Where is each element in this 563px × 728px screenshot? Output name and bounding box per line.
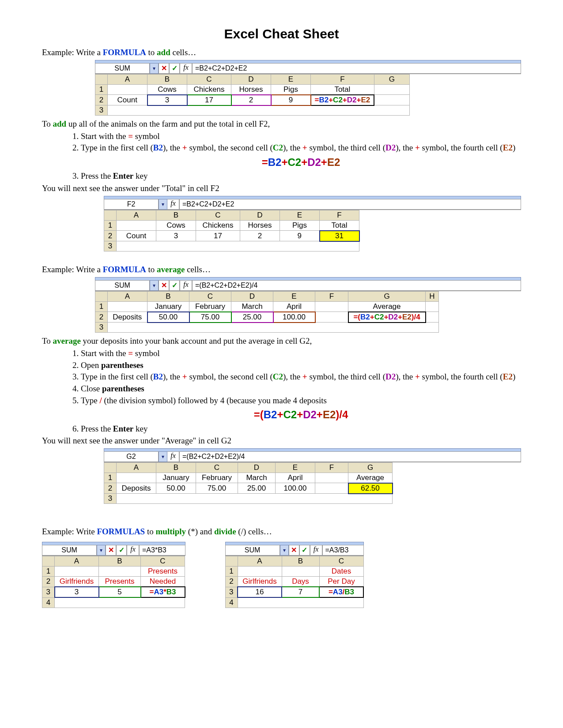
enter-icon[interactable]: ✓ xyxy=(169,280,180,291)
ex1-steps: Start with the = symbol Type in the firs… xyxy=(68,131,521,182)
ex3-div-grid[interactable]: A B C 1 Dates 2 Girlfriends Days Per Day… xyxy=(225,556,364,608)
cancel-icon[interactable]: ✕ xyxy=(159,63,169,74)
cancel-icon[interactable]: ✕ xyxy=(289,545,299,555)
ex1-desc: To add up all of the animals on the farm… xyxy=(42,118,521,130)
ex1-after: You will next see the answer under "Tota… xyxy=(42,183,521,194)
enter-icon[interactable]: ✓ xyxy=(116,545,127,555)
formula-bar[interactable]: =A3*B3 xyxy=(139,545,185,555)
ex2-sheet-edit: SUM ▾ ✕ ✓ fx =(B2+C2+D2+E2)/4 A B C D E … xyxy=(95,277,521,333)
name-box-dropdown-icon[interactable]: ▾ xyxy=(150,63,159,74)
formula-bar[interactable]: =(B2+C2+D2+E2)/4 xyxy=(192,280,521,291)
name-box[interactable]: SUM xyxy=(225,545,280,555)
ex3-mult-grid[interactable]: A B C 1 Presents 2 Girlfriends Presents … xyxy=(42,556,185,608)
ex1-grid-result[interactable]: A B C D E F 1 CowsChickensHorsesPigsTota… xyxy=(104,210,360,252)
name-box[interactable]: G2 xyxy=(104,451,159,462)
ex1-grid[interactable]: A B C D E F G 1 Cows Chickens Horses Pig… xyxy=(95,74,410,116)
page-title: Excel Cheat Sheet xyxy=(42,26,521,41)
name-box[interactable]: F2 xyxy=(104,199,159,210)
fx-icon[interactable]: fx xyxy=(310,545,322,555)
fx-icon[interactable]: fx xyxy=(167,451,179,462)
enter-icon[interactable]: ✓ xyxy=(299,545,310,555)
ex2-after: You will next see the answer under "Aver… xyxy=(42,435,521,447)
fx-icon[interactable]: fx xyxy=(180,63,192,74)
name-box-dropdown-icon[interactable]: ▾ xyxy=(150,280,159,291)
name-box[interactable]: SUM xyxy=(95,280,150,291)
ex2-steps: Start with the = symbol Open parentheses… xyxy=(68,348,521,434)
name-box[interactable]: SUM xyxy=(95,63,150,74)
cancel-icon[interactable]: ✕ xyxy=(106,545,116,555)
ex2-sheet-result: G2 ▾ fx =(B2+C2+D2+E2)/4 A B C D E F G 1… xyxy=(104,448,521,504)
ex2-formula-big: =(B2+C2+D2+E2)/4 xyxy=(81,408,521,422)
ex1-intro: Example: Write a FORMULA to add cells… xyxy=(42,47,521,58)
ex3-intro: Example: Write FORMULAS to multiply (*) … xyxy=(42,526,521,537)
formula-bar[interactable]: =A3/B3 xyxy=(322,545,364,555)
name-box-dropdown-icon[interactable]: ▾ xyxy=(159,199,167,210)
ex1-sheet-edit: SUM ▾ ✕ ✓ fx =B2+C2+D2+E2 A B C D E F G … xyxy=(95,60,521,116)
ex1-formula-big: =B2+C2+D2+E2 xyxy=(81,155,521,169)
name-box-dropdown-icon[interactable]: ▾ xyxy=(97,545,106,555)
ex2-grid-result[interactable]: A B C D E F G 1 JanuaryFebruaryMarchApri… xyxy=(104,462,393,504)
fx-icon[interactable]: fx xyxy=(180,280,192,291)
ex1-sheet-result: F2 ▾ fx =B2+C2+D2+E2 A B C D E F 1 CowsC… xyxy=(104,196,521,252)
enter-icon[interactable]: ✓ xyxy=(169,63,180,74)
fx-icon[interactable]: fx xyxy=(167,199,179,210)
fx-icon[interactable]: fx xyxy=(127,545,139,555)
name-box[interactable]: SUM xyxy=(42,545,97,555)
ex3-multiply-sheet: SUM ▾ ✕ ✓ fx =A3*B3 A B C 1 Presents 2 G… xyxy=(42,542,185,608)
formula-bar[interactable]: =B2+C2+D2+E2 xyxy=(192,63,521,74)
name-box-dropdown-icon[interactable]: ▾ xyxy=(280,545,289,555)
ex3-divide-sheet: SUM ▾ ✕ ✓ fx =A3/B3 A B C 1 Dates 2 Girl… xyxy=(225,542,364,608)
ex2-grid[interactable]: A B C D E F G H 1 JanuaryFebruaryMarchAp… xyxy=(95,291,439,333)
cancel-icon[interactable]: ✕ xyxy=(159,280,169,291)
formula-bar[interactable]: =(B2+C2+D2+E2)/4 xyxy=(179,451,521,462)
name-box-dropdown-icon[interactable]: ▾ xyxy=(159,451,167,462)
ex2-desc: To average your deposits into your bank … xyxy=(42,335,521,347)
formula-bar[interactable]: =B2+C2+D2+E2 xyxy=(179,199,521,210)
ex2-intro: Example: Write a FORMULA to average cell… xyxy=(42,264,521,275)
